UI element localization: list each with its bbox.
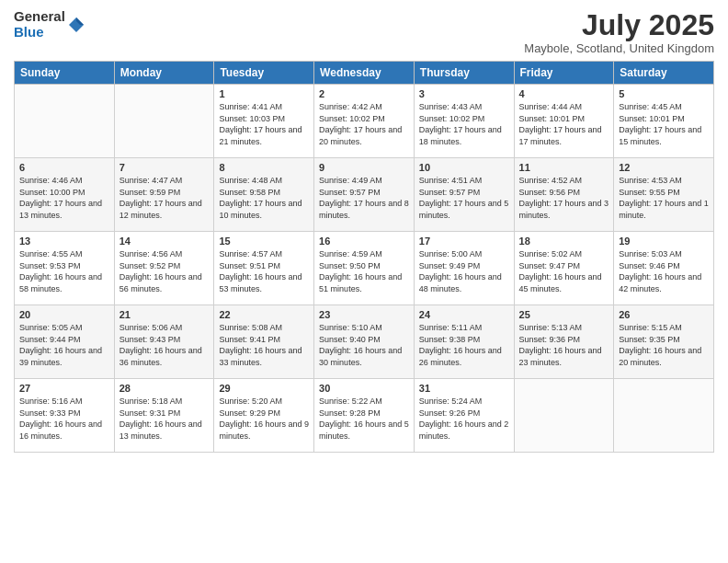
day-info: Sunrise: 5:08 AM Sunset: 9:41 PM Dayligh… [219,322,309,368]
day-info: Sunrise: 4:42 AM Sunset: 10:02 PM Daylig… [319,101,409,147]
calendar-week-3: 13Sunrise: 4:55 AM Sunset: 9:53 PM Dayli… [15,232,714,305]
day-info: Sunrise: 4:47 AM Sunset: 9:59 PM Dayligh… [119,175,210,221]
day-number: 19 [619,236,709,247]
logo-general: General [14,9,65,25]
day-info: Sunrise: 5:20 AM Sunset: 9:29 PM Dayligh… [219,396,309,442]
logo-icon [67,16,85,34]
day-number: 18 [519,236,609,247]
table-row: 26Sunrise: 5:15 AM Sunset: 9:35 PM Dayli… [614,305,714,379]
day-number: 3 [419,88,509,99]
day-info: Sunrise: 5:16 AM Sunset: 9:33 PM Dayligh… [19,396,109,442]
title-section: July 2025 Maybole, Scotland, United King… [524,9,714,55]
table-row: 31Sunrise: 5:24 AM Sunset: 9:26 PM Dayli… [414,379,514,453]
day-info: Sunrise: 5:00 AM Sunset: 9:49 PM Dayligh… [419,248,509,294]
day-info: Sunrise: 4:41 AM Sunset: 10:03 PM Daylig… [219,101,309,147]
calendar-header-row: Sunday Monday Tuesday Wednesday Thursday… [15,62,714,85]
day-info: Sunrise: 5:10 AM Sunset: 9:40 PM Dayligh… [319,322,409,368]
day-info: Sunrise: 4:52 AM Sunset: 9:56 PM Dayligh… [519,175,609,221]
day-number: 7 [119,162,210,173]
month-title: July 2025 [524,9,714,41]
header: General Blue July 2025 Maybole, Scotland… [14,9,714,55]
day-number: 23 [319,309,409,320]
day-info: Sunrise: 5:13 AM Sunset: 9:36 PM Dayligh… [519,322,609,368]
table-row: 16Sunrise: 4:59 AM Sunset: 9:50 PM Dayli… [314,232,415,305]
day-number: 29 [219,383,309,394]
day-number: 5 [619,88,709,99]
table-row [114,85,214,158]
day-info: Sunrise: 5:24 AM Sunset: 9:26 PM Dayligh… [419,396,509,442]
day-info: Sunrise: 4:57 AM Sunset: 9:51 PM Dayligh… [219,248,309,294]
calendar: Sunday Monday Tuesday Wednesday Thursday… [14,61,714,453]
day-number: 20 [19,309,109,320]
logo-text: General Blue [14,9,65,40]
location: Maybole, Scotland, United Kingdom [524,41,714,55]
day-number: 9 [319,162,409,173]
table-row: 10Sunrise: 4:51 AM Sunset: 9:57 PM Dayli… [414,158,514,232]
table-row: 12Sunrise: 4:53 AM Sunset: 9:55 PM Dayli… [614,158,714,232]
col-sunday: Sunday [15,62,115,85]
calendar-week-2: 6Sunrise: 4:46 AM Sunset: 10:00 PM Dayli… [15,158,714,232]
table-row: 20Sunrise: 5:05 AM Sunset: 9:44 PM Dayli… [15,305,115,379]
table-row: 27Sunrise: 5:16 AM Sunset: 9:33 PM Dayli… [15,379,115,453]
table-row: 2Sunrise: 4:42 AM Sunset: 10:02 PM Dayli… [314,85,415,158]
calendar-week-5: 27Sunrise: 5:16 AM Sunset: 9:33 PM Dayli… [15,379,714,453]
table-row: 19Sunrise: 5:03 AM Sunset: 9:46 PM Dayli… [614,232,714,305]
logo-blue: Blue [14,25,65,40]
table-row: 9Sunrise: 4:49 AM Sunset: 9:57 PM Daylig… [314,158,415,232]
day-info: Sunrise: 5:06 AM Sunset: 9:43 PM Dayligh… [119,322,210,368]
day-info: Sunrise: 4:56 AM Sunset: 9:52 PM Dayligh… [119,248,210,294]
table-row: 29Sunrise: 5:20 AM Sunset: 9:29 PM Dayli… [214,379,314,453]
day-info: Sunrise: 4:43 AM Sunset: 10:02 PM Daylig… [419,101,509,147]
day-number: 2 [319,88,409,99]
day-number: 30 [319,383,409,394]
day-info: Sunrise: 4:51 AM Sunset: 9:57 PM Dayligh… [419,175,509,221]
day-number: 12 [619,162,709,173]
table-row: 13Sunrise: 4:55 AM Sunset: 9:53 PM Dayli… [15,232,115,305]
table-row: 17Sunrise: 5:00 AM Sunset: 9:49 PM Dayli… [414,232,514,305]
day-number: 31 [419,383,509,394]
day-info: Sunrise: 5:05 AM Sunset: 9:44 PM Dayligh… [19,322,109,368]
table-row: 14Sunrise: 4:56 AM Sunset: 9:52 PM Dayli… [114,232,214,305]
col-thursday: Thursday [414,62,514,85]
table-row: 8Sunrise: 4:48 AM Sunset: 9:58 PM Daylig… [214,158,314,232]
col-monday: Monday [114,62,214,85]
table-row: 21Sunrise: 5:06 AM Sunset: 9:43 PM Dayli… [114,305,214,379]
day-info: Sunrise: 4:44 AM Sunset: 10:01 PM Daylig… [519,101,609,147]
day-info: Sunrise: 5:03 AM Sunset: 9:46 PM Dayligh… [619,248,709,294]
day-number: 25 [519,309,609,320]
table-row: 5Sunrise: 4:45 AM Sunset: 10:01 PM Dayli… [614,85,714,158]
col-wednesday: Wednesday [314,62,415,85]
day-info: Sunrise: 4:45 AM Sunset: 10:01 PM Daylig… [619,101,709,147]
page: General Blue July 2025 Maybole, Scotland… [0,0,728,563]
table-row: 15Sunrise: 4:57 AM Sunset: 9:51 PM Dayli… [214,232,314,305]
table-row: 22Sunrise: 5:08 AM Sunset: 9:41 PM Dayli… [214,305,314,379]
calendar-week-1: 1Sunrise: 4:41 AM Sunset: 10:03 PM Dayli… [15,85,714,158]
table-row: 7Sunrise: 4:47 AM Sunset: 9:59 PM Daylig… [114,158,214,232]
day-info: Sunrise: 4:48 AM Sunset: 9:58 PM Dayligh… [219,175,309,221]
table-row: 28Sunrise: 5:18 AM Sunset: 9:31 PM Dayli… [114,379,214,453]
day-info: Sunrise: 4:53 AM Sunset: 9:55 PM Dayligh… [619,175,709,221]
day-number: 11 [519,162,609,173]
table-row: 11Sunrise: 4:52 AM Sunset: 9:56 PM Dayli… [514,158,614,232]
day-info: Sunrise: 5:18 AM Sunset: 9:31 PM Dayligh… [119,396,210,442]
table-row: 6Sunrise: 4:46 AM Sunset: 10:00 PM Dayli… [15,158,115,232]
day-info: Sunrise: 4:59 AM Sunset: 9:50 PM Dayligh… [319,248,409,294]
day-number: 21 [119,309,210,320]
day-info: Sunrise: 4:55 AM Sunset: 9:53 PM Dayligh… [19,248,109,294]
day-number: 27 [19,383,109,394]
table-row: 3Sunrise: 4:43 AM Sunset: 10:02 PM Dayli… [414,85,514,158]
day-number: 28 [119,383,210,394]
table-row: 24Sunrise: 5:11 AM Sunset: 9:38 PM Dayli… [414,305,514,379]
table-row: 18Sunrise: 5:02 AM Sunset: 9:47 PM Dayli… [514,232,614,305]
col-tuesday: Tuesday [214,62,314,85]
table-row: 4Sunrise: 4:44 AM Sunset: 10:01 PM Dayli… [514,85,614,158]
day-number: 10 [419,162,509,173]
day-number: 4 [519,88,609,99]
day-number: 22 [219,309,309,320]
day-number: 16 [319,236,409,247]
day-number: 26 [619,309,709,320]
logo: General Blue [14,9,85,40]
day-info: Sunrise: 5:11 AM Sunset: 9:38 PM Dayligh… [419,322,509,368]
day-info: Sunrise: 5:02 AM Sunset: 9:47 PM Dayligh… [519,248,609,294]
table-row: 30Sunrise: 5:22 AM Sunset: 9:28 PM Dayli… [314,379,415,453]
